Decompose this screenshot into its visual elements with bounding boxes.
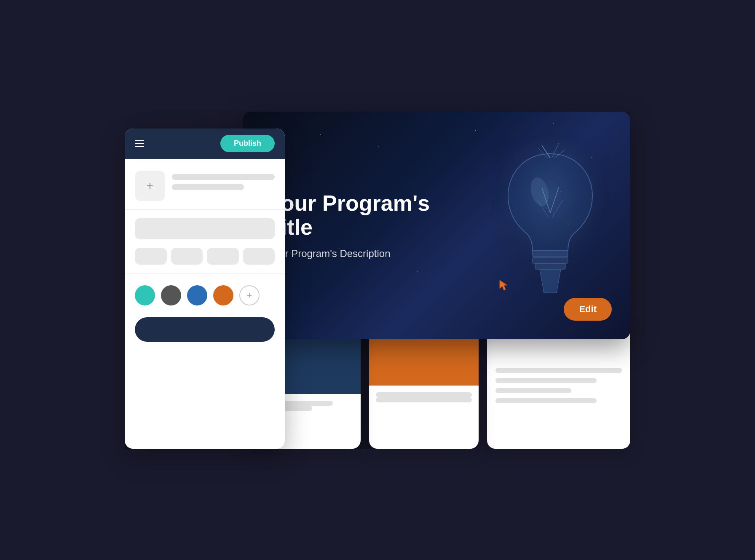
publish-button[interactable]: Publish	[220, 135, 275, 152]
cta-button-placeholder[interactable]	[135, 317, 275, 342]
plus-icon: +	[147, 180, 153, 192]
card-2-line-2	[376, 397, 472, 402]
small-pill-2	[171, 248, 203, 265]
scene: Your Program's Title Your Program's Desc…	[125, 112, 630, 449]
add-block-button[interactable]: +	[135, 171, 165, 201]
card-3-line-1	[495, 368, 622, 373]
small-pill-4	[243, 248, 275, 265]
color-swatch-orange[interactable]	[213, 285, 233, 305]
divider-2	[125, 273, 285, 273]
card-3-line-3	[495, 388, 571, 393]
svg-rect-11	[535, 263, 565, 269]
cursor-indicator	[499, 279, 508, 293]
hero-card: Your Program's Title Your Program's Desc…	[243, 112, 630, 339]
block-line-1	[172, 174, 275, 180]
color-swatch-blue[interactable]	[187, 285, 207, 305]
block-placeholder-lines	[172, 171, 275, 190]
editor-body: +	[125, 159, 285, 354]
hero-title: Your Program's Title	[268, 191, 479, 239]
card-3	[487, 322, 630, 449]
wide-pill-placeholder	[135, 218, 275, 239]
divider-1	[125, 209, 285, 210]
color-swatch-teal[interactable]	[135, 285, 155, 305]
card-3-content	[487, 322, 630, 449]
editor-panel: Publish +	[125, 129, 285, 449]
svg-marker-13	[500, 280, 507, 290]
edit-button[interactable]: Edit	[564, 298, 612, 321]
svg-rect-9	[533, 251, 568, 257]
hero-text-area: Your Program's Title Your Program's Desc…	[268, 191, 479, 259]
add-block-row: +	[135, 171, 275, 201]
card-2-line-1	[376, 392, 472, 397]
block-line-2	[172, 184, 244, 190]
small-pill-3	[207, 248, 239, 265]
color-swatch-gray[interactable]	[161, 285, 181, 305]
editor-topbar: Publish	[125, 129, 285, 159]
add-color-button[interactable]: +	[239, 285, 260, 305]
card-3-line-2	[495, 378, 597, 383]
small-pill-1	[135, 248, 167, 265]
menu-icon[interactable]	[135, 140, 144, 147]
colors-row: +	[135, 282, 275, 309]
svg-rect-10	[533, 257, 568, 263]
card-3-line-4	[495, 398, 597, 403]
card-2-content	[369, 386, 479, 409]
hero-description: Your Program's Description	[268, 248, 479, 260]
pills-row	[135, 248, 275, 265]
